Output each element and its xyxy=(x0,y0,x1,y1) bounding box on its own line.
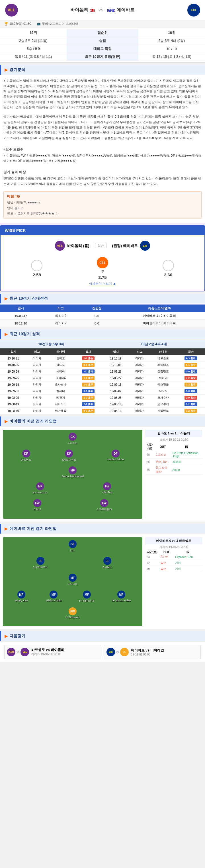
form-row: 19-09-25라리가그라다C1-1 홈무 xyxy=(0,375,102,381)
lineup-away-events: 에이바르 0 vs 3 바르셀로 라리가 19-10-19 20:00 시간(분… xyxy=(145,537,202,626)
broadcast-info: 📺 푸마 소프트피어 스마디어 xyxy=(37,22,78,26)
away-recent: 독 12 / 15 (독 1.2 / 실 1.5) xyxy=(138,53,205,61)
next-match-title-text: 다음경기 xyxy=(9,633,25,639)
home-col-opp: 상대팀 xyxy=(47,348,74,355)
home-def-2: DF J.페르난데스 xyxy=(62,450,76,462)
h2h-section: 일시 리그 전반전 최종스코어/결과 19-03-17라리가?0-0에이바르 1… xyxy=(0,305,205,327)
event-match-title: 빌바오 1 vs 1 바야돌리 xyxy=(145,430,202,437)
tip-item-3: 언오버: 2.5 기준 언더(주:★★★★○) xyxy=(7,211,198,216)
lineup-away-title-text: 에이바르 이전 경기 라인업 xyxy=(9,526,57,531)
recent-label: 최근 10경기 특징(평균) xyxy=(67,53,138,61)
form-row: 19-09-18라리가오사스나1-1 홈무 xyxy=(0,381,102,388)
h2h-row: 19-03-17라리가?0-0에이바르 1 : 2 바야돌리 xyxy=(0,312,205,320)
next-away-logo2: VIL xyxy=(120,648,129,656)
lineup-away-field: GK 갈스 DF S.부이바르스 DF P.니들스 MF S.우아치 MF An… xyxy=(3,537,142,626)
home-atk-2: FW Villa, Toni xyxy=(102,482,112,495)
h2h-title-text: 최근 10경기 상대전적 xyxy=(9,296,48,301)
arrow-icon-next: ▶ xyxy=(5,634,8,639)
event-row: 72'빌순기미 xyxy=(145,560,202,566)
home-def-1: DF O.쁘이스 xyxy=(21,450,31,462)
stats-recent-row: 독 0 / 11 (독 0.8 / 실 1.1) 최근 10경기 특징(평균) … xyxy=(0,53,205,61)
lineup-home-title: ▶ 바야돌리 이전 경기 라인업 xyxy=(0,416,205,426)
stats-section: 12위 팀순위 16위 2승 5무 2패 (11점) 승점 2승 3무 4패 (… xyxy=(0,29,205,61)
lineup-away-title: ▶ 에이바르 이전 경기 라인업 xyxy=(0,524,205,533)
odds-away-value: 2.60 xyxy=(164,272,172,277)
h2h-row: 18-11-10라리가?0-0바야돌리 0 : 0 에이바르 xyxy=(0,320,205,327)
home-events-tbody: 60'J.고스닌De Fratos Sebastian, Jorge65'Vil… xyxy=(145,451,202,475)
away-ev-col-out: OUT xyxy=(159,550,174,554)
away-fwd-row: FW M. Dmitrovic xyxy=(6,607,139,619)
form-row: 19-10-05라리가레이티스1-1 홈무 xyxy=(102,362,205,368)
away-ev-col-time: 시간(분) xyxy=(145,550,159,554)
away-fwd-1-name: M. Dmitrovic xyxy=(66,616,80,619)
arrow-icon: ▶ xyxy=(5,67,8,72)
form-row: 19-09-01라리가한레티0-2 홈패 xyxy=(0,388,102,395)
tip-section: 베팅 Tip 발발 · 원정(주:●●●●●○) 언더 플러스 언오버: 2.5… xyxy=(3,191,202,218)
home-col-league: 리그 xyxy=(27,348,47,355)
away-logo: EIB xyxy=(186,3,201,17)
next-away-match: EIB vs VIL 에이바르 vs 비야레알 19-11-01 03:00 xyxy=(104,645,201,659)
form-row: 19-08-19라리가레이오스2-1 홈패 xyxy=(0,401,102,408)
h2h-header-row: 일시 리그 전반전 최종스코어/결과 xyxy=(0,305,205,312)
home-mid-row: MF Sekou, Mohammed xyxy=(6,466,139,478)
prediction-text: 50대50 정원형 수표들 게임. 물 경우에 고정히 수보다 대비 공격진이 … xyxy=(3,176,202,186)
away-atk-1-name: Angel, Jose xyxy=(14,599,28,602)
wise-pick-title: WISE PICK xyxy=(5,228,26,233)
h2h-thead: 일시 리그 전반전 최종스코어/결과 xyxy=(0,305,205,312)
arrow-icon-h2h: ▶ xyxy=(5,296,8,301)
home-mid-1-name: Sekou, Mohammed xyxy=(62,475,84,478)
home-mid-1: MF Sekou, Mohammed xyxy=(62,466,84,478)
odds-draw-pick: 071 xyxy=(97,257,108,268)
event-row: 79'빌순기미 xyxy=(145,566,202,572)
h2h-date: 18-11-10 xyxy=(0,320,41,327)
wise-pick-teams: VLL 바야돌리 (홈) 일반 (원정) 에이바르 EIB xyxy=(4,239,201,253)
away-col-opp: 상대팀 xyxy=(150,348,176,355)
away-atk-4-name: De Blasis, Pablo xyxy=(112,599,131,602)
arrow-icon-lineup-away: ▶ xyxy=(5,526,8,531)
h2h-league: 라리가? xyxy=(41,320,80,327)
h2h-col-league: 리그 xyxy=(41,305,80,312)
form-label: 대리그 특정 xyxy=(67,45,138,53)
form-row: 19-09-15라리가에스판올1-2 홈무 xyxy=(102,381,205,388)
next-home-date: 라리가 19-10-31 03:00 xyxy=(31,652,99,656)
away-def-1-name: S.부이바르스 xyxy=(33,565,48,569)
home-atk-2-name: Villa, Toni xyxy=(102,491,112,494)
wise-pick-section: WISE PICK VLL 바야돌리 (홈) 일반 (원정) 에이바르 EIB … xyxy=(0,225,205,291)
wp-tab[interactable]: 일반 xyxy=(95,243,106,248)
h2h-result: 바야돌리 0 : 0 에이바르 xyxy=(114,320,205,327)
form-row: 19-10-21라리가빌바오1-1 홈승 xyxy=(0,355,102,362)
form-header: 10전 2승 5무 3패 일시 리그 상대팀 결과 19-10-21라리가빌바오… xyxy=(0,340,205,414)
match-date: 10.27(일) 01:30 xyxy=(9,22,31,26)
ev-col-out: OUT xyxy=(155,443,171,451)
stats-form-row: 8승 / 9·9 대리그 특정 10 / 13 xyxy=(0,45,205,53)
away-atk-row: MF Angel, Jose MF Arbilla, Analitz MF P.… xyxy=(6,591,139,603)
away-atk-3: MF P.디에마리아 xyxy=(79,591,94,603)
away-fwd-1: FW M. Dmitrovic xyxy=(66,607,80,619)
analysis-body: 바야돌리드는 발바오-헤로나에서 연달아 3번의 1-1 무승부를 이어오다 4… xyxy=(0,75,205,223)
wise-pick-header: WISE PICK xyxy=(1,226,204,235)
analysis-text2: 에이바르는 바르셀로나에서 올먹이면서 방문하도 올기 목한 내용를 선보인 끝… xyxy=(3,114,202,141)
home-def-2-name: J.페르난데스 xyxy=(62,458,76,462)
away-atk-4: MF De Blasis, Pablo xyxy=(112,591,131,603)
next-home-teams: 바르셀로 vs 바야돌리 xyxy=(31,648,99,652)
away-gk-row: GK 갈스 xyxy=(6,540,139,552)
away-atk-2-name: Arbilla, Analitz xyxy=(45,599,62,602)
odds-row: 2.58 071 무 2.75 2.60 xyxy=(4,256,201,280)
form-home-half: 10전 2승 5무 3패 일시 리그 상대팀 결과 19-10-21라리가빌바오… xyxy=(0,340,102,414)
info-bar: 🏆 10.27(일) 01:30 📺 푸마 소프트피어 스마디어 xyxy=(0,20,205,28)
lineup-home-section: GK J.요아는 DF O.쁘이스 DF J.페르난데스 DF Herrero,… xyxy=(0,427,205,522)
wise-pick-body: VLL 바야돌리 (홈) 일반 (원정) 에이바르 EIB 2.58 071 무 xyxy=(1,235,204,291)
away-tag: (원정) xyxy=(107,8,115,12)
away-def-row: DF S.부이바르스 DF P.니들스 xyxy=(6,557,139,569)
form-row: 19-10-19라리가바르슬로9-3 홈패 xyxy=(102,355,205,362)
home-fwd-row: FW E.워닐 FW S.과르디올라 xyxy=(6,499,139,512)
wp-home-logo: VLL xyxy=(55,241,65,251)
detail-link[interactable]: 상세분석 더보기 ▲ xyxy=(4,280,201,287)
home-def-1-name: O.쁘이스 xyxy=(21,458,31,462)
form-row: 19-05-19라리가비실바로3-2 홈무 xyxy=(102,408,205,414)
home-record: 2승 5무 2패 (11점) xyxy=(0,37,67,45)
wp-home-name: 바야돌리 (홈) xyxy=(67,243,89,248)
wp-vs: 일반 xyxy=(95,244,106,248)
away-atk-1: MF Angel, Jose xyxy=(14,591,28,603)
next-match-title: ▶ 다음경기 xyxy=(0,631,205,641)
